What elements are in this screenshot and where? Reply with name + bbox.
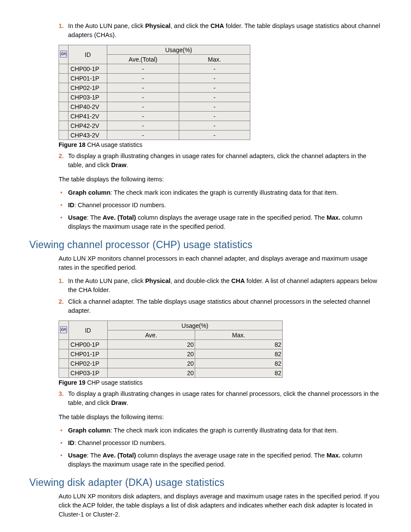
- id-cell: CHP43-2V: [68, 131, 107, 140]
- table-row: CHP03-1P--: [59, 93, 250, 102]
- table-row: CHP41-2V--: [59, 112, 250, 121]
- heading-chp: Viewing channel processor (CHP) usage st…: [29, 239, 382, 251]
- id-cell: CHP03-1P: [68, 93, 107, 102]
- chp-intro: Auto LUN XP monitors channel processors …: [59, 254, 382, 272]
- id-cell: CHP41-2V: [68, 112, 107, 121]
- id-cell: CHP42-2V: [68, 121, 107, 131]
- table-row: CHP00-1P2082: [59, 340, 283, 349]
- id-header: ID: [68, 45, 107, 64]
- bullet-usage: Usage: The Ave. (Total) column displays …: [29, 213, 382, 231]
- steps-cha: 1. In the Auto LUN pane, click Physical,…: [29, 22, 382, 40]
- graph-column-header: [59, 321, 69, 340]
- table-row: CHP00-1P--: [59, 64, 250, 74]
- table-row: CHP02-1P--: [59, 83, 250, 93]
- max-cell: -: [179, 83, 250, 93]
- items-list-2: Graph column: The check mark icon indica…: [29, 426, 382, 469]
- id-cell: CHP40-2V: [68, 102, 107, 112]
- page-content: 1. In the Auto LUN pane, click Physical,…: [0, 0, 411, 532]
- step-2: 2. To display a graph illustrating chang…: [29, 152, 382, 170]
- graph-cell: [59, 93, 68, 102]
- graph-cell: [59, 102, 68, 112]
- step-text: Click a channel adapter. The table displ…: [68, 298, 370, 314]
- ave-header: Ave.: [107, 330, 195, 340]
- graph-cell: [59, 64, 68, 74]
- bullet-graph-column: Graph column: The check mark icon indica…: [29, 426, 382, 435]
- id-cell: CHP02-1P: [68, 359, 107, 368]
- max-cell: 82: [195, 359, 282, 368]
- step-number: 2.: [59, 297, 64, 306]
- graph-cell: [59, 349, 69, 359]
- chp-step-3: 3. To display a graph illustrating chang…: [29, 389, 382, 408]
- graph-cell: [59, 131, 68, 140]
- max-cell: 82: [195, 340, 282, 349]
- max-cell: -: [179, 93, 250, 102]
- ave-cell: -: [107, 64, 179, 74]
- heading-dka: Viewing disk adapter (DKA) usage statist…: [29, 477, 382, 488]
- cha-usage-table: ID Usage(%) Ave.(Total) Max. CHP00-1P--C…: [59, 45, 250, 140]
- chp-usage-table: ID Usage(%) Ave. Max. CHP00-1P2082CHP01-…: [59, 320, 283, 378]
- figure-18-caption: Figure 18 CHA usage statistics: [59, 141, 382, 148]
- id-cell: CHP01-1P: [68, 349, 107, 359]
- chp-step-2: 2. Click a channel adapter. The table di…: [29, 297, 382, 315]
- max-cell: -: [179, 64, 250, 74]
- items-intro: The table displays the following items:: [59, 175, 382, 184]
- max-cell: 82: [195, 368, 282, 378]
- items-intro-2: The table displays the following items:: [59, 413, 382, 422]
- step-text: To display a graph illustrating changes …: [68, 390, 379, 406]
- ave-cell: -: [107, 93, 179, 102]
- ave-cell: -: [107, 131, 179, 140]
- id-cell: CHP00-1P: [68, 340, 107, 349]
- ave-header: Ave.(Total): [107, 55, 179, 64]
- bullet-graph-column: Graph column: The check mark icon indica…: [29, 188, 382, 197]
- step-text: In the Auto LUN pane, click Physical, an…: [68, 22, 380, 38]
- graph-cell: [59, 368, 69, 378]
- table-row: CHP02-1P2082: [59, 359, 283, 368]
- ave-cell: 20: [107, 349, 195, 359]
- table-row: CHP01-1P--: [59, 74, 250, 83]
- step-number: 1.: [59, 22, 64, 31]
- ave-cell: -: [107, 83, 179, 93]
- max-cell: -: [179, 121, 250, 131]
- graph-column-header: [59, 45, 68, 64]
- graph-cell: [59, 121, 68, 131]
- graph-check-icon: [60, 326, 67, 333]
- max-header: Max.: [195, 330, 282, 340]
- step-text: To display a graph illustrating changes …: [68, 152, 366, 168]
- id-cell: CHP02-1P: [68, 83, 107, 93]
- step-number: 2.: [59, 152, 64, 161]
- bullet-id: ID: Channel processor ID numbers.: [29, 439, 382, 448]
- steps-chp: 1. In the Auto LUN pane, click Physical,…: [29, 277, 382, 315]
- id-cell: CHP03-1P: [68, 368, 107, 378]
- graph-cell: [59, 74, 68, 83]
- graph-check-icon: [60, 50, 67, 58]
- step-number: 3.: [59, 389, 64, 398]
- items-list-1: Graph column: The check mark icon indica…: [29, 188, 382, 231]
- table-row: CHP42-2V--: [59, 121, 250, 131]
- id-cell: CHP00-1P: [68, 64, 107, 74]
- ave-cell: 20: [107, 368, 195, 378]
- max-cell: -: [179, 74, 250, 83]
- max-cell: 82: [195, 349, 282, 359]
- step-1: 1. In the Auto LUN pane, click Physical,…: [29, 22, 382, 40]
- table-row: CHP43-2V--: [59, 131, 250, 140]
- ave-cell: -: [107, 74, 179, 83]
- bullet-id: ID: Channel processor ID numbers.: [29, 201, 382, 210]
- steps-chp-3: 3. To display a graph illustrating chang…: [29, 389, 382, 408]
- dka-intro: Auto LUN XP monitors disk adapters, and …: [59, 492, 382, 519]
- table-row: CHP01-1P2082: [59, 349, 283, 359]
- usage-header: Usage(%): [107, 45, 250, 55]
- chp-step-1: 1. In the Auto LUN pane, click Physical,…: [29, 277, 382, 295]
- step-number: 1.: [59, 277, 64, 286]
- table-row: CHP03-1P2082: [59, 368, 283, 378]
- table-row: CHP40-2V--: [59, 102, 250, 112]
- ave-cell: 20: [107, 359, 195, 368]
- step-text: In the Auto LUN pane, click Physical, an…: [68, 277, 377, 293]
- id-cell: CHP01-1P: [68, 74, 107, 83]
- graph-cell: [59, 359, 69, 368]
- id-header: ID: [68, 321, 107, 340]
- max-cell: -: [179, 131, 250, 140]
- ave-cell: -: [107, 112, 179, 121]
- usage-header: Usage(%): [107, 321, 282, 330]
- graph-cell: [59, 112, 68, 121]
- ave-cell: 20: [107, 340, 195, 349]
